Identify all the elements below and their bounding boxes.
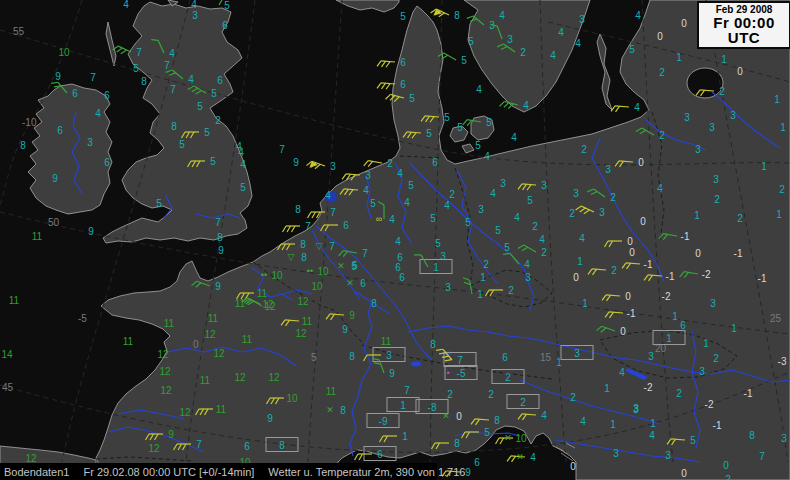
station-temperature: 5 <box>435 238 441 249</box>
weather-station: 4 <box>484 151 490 162</box>
station-temperature: 1 <box>433 262 439 273</box>
graticule-label: 15 <box>540 352 552 363</box>
weather-station: 11 <box>381 336 392 347</box>
weather-station: -1 <box>744 388 753 399</box>
weather-station: 4 <box>499 10 505 21</box>
weather-station: 0 <box>723 460 729 471</box>
station-temperature: 5 <box>179 139 185 150</box>
weather-station: 2 <box>659 67 665 78</box>
weather-station: 5 <box>457 122 463 133</box>
station-temperature: 5 <box>461 55 467 66</box>
weather-station: -2 <box>644 382 653 393</box>
weather-station: 6 <box>104 157 110 168</box>
station-temperature: 4 <box>240 159 246 170</box>
weather-station: 14 <box>1 349 13 360</box>
station-temperature: 8 <box>300 239 306 250</box>
station-temperature: 1 <box>776 209 782 220</box>
weather-station: 3 <box>695 144 701 155</box>
weather-station: 2 <box>488 389 494 400</box>
weather-station: 6 <box>222 20 228 31</box>
weather-station: 3 <box>709 122 715 133</box>
weather-station: ••10 <box>307 266 329 277</box>
station-temperature: -9 <box>379 416 388 427</box>
weather-station: 1 <box>731 323 737 334</box>
station-temperature: 2 <box>725 474 731 480</box>
station-temperature: -2 <box>705 399 714 410</box>
weather-station: 4 <box>558 27 564 38</box>
weather-station: 9 <box>293 157 299 168</box>
weather-station: 2 <box>581 144 587 155</box>
weather-station: 9 <box>218 245 224 256</box>
station-temperature: 7 <box>164 60 170 71</box>
station-temperature: 11 <box>200 375 211 386</box>
weather-station: 12 <box>157 349 169 360</box>
weather-station: 12 <box>25 453 37 464</box>
station-temperature: 0 <box>737 66 743 77</box>
station-temperature: 7 <box>330 207 336 218</box>
station-temperature: 8 <box>349 351 355 362</box>
status-layer-info: Wetter u. Temperatur 2m, 390 von 1.716 <box>268 466 465 478</box>
weather-station: 2 <box>449 189 455 200</box>
station-temperature: 4 <box>514 212 520 223</box>
status-timestamp: Fr 29.02.08 00:00 UTC [+0/-14min] <box>83 466 254 478</box>
weather-station: 11 <box>326 386 337 397</box>
weather-station: 4 <box>657 183 663 194</box>
weather-station: 4 <box>575 38 581 49</box>
station-temperature: 0 <box>620 326 626 337</box>
station-temperature: 6 <box>104 90 110 101</box>
map-viewport[interactable]: 55-105045-505152025 44536741057978475666… <box>0 0 790 480</box>
weather-station: 8 <box>171 121 177 132</box>
graticule-label: 50 <box>48 217 60 228</box>
weather-station: 7 <box>759 451 765 462</box>
weather-station: -1 <box>758 273 767 284</box>
station-temperature: 1 <box>672 311 678 322</box>
weather-symbol: ✕ <box>442 411 450 421</box>
station-temperature: 2 <box>449 189 455 200</box>
station-temperature: 8 <box>749 430 755 441</box>
weather-station: 6 <box>57 125 63 136</box>
weather-station: 5 <box>629 44 635 55</box>
station-temperature: 2 <box>714 194 720 205</box>
station-temperature: 1 <box>577 256 583 267</box>
weather-station: 12 <box>268 372 280 383</box>
station-temperature: 7 <box>215 217 221 228</box>
station-temperature: -1 <box>666 271 675 282</box>
station-temperature: 5 <box>690 435 696 446</box>
station-temperature: 2 <box>659 130 665 141</box>
weather-station: 10 <box>58 47 70 58</box>
station-temperature: 4 <box>123 0 129 10</box>
station-temperature: 6 <box>399 272 405 283</box>
station-temperature: 8 <box>494 415 500 426</box>
station-temperature: 3 <box>605 164 611 175</box>
weather-station: 11 <box>242 334 253 345</box>
weather-station: 1 <box>676 52 682 63</box>
station-temperature: 8 <box>217 232 223 243</box>
station-temperature: -1 <box>713 420 722 431</box>
station-temperature: 3 <box>781 433 787 444</box>
station-temperature: 4 <box>363 185 369 196</box>
station-temperature: 5 <box>486 117 492 128</box>
station-temperature: 6 <box>680 320 686 331</box>
weather-station: 7 <box>170 84 176 95</box>
station-temperature: 4 <box>191 0 197 10</box>
station-temperature: 7 <box>759 451 765 462</box>
station-temperature: 2 <box>483 259 489 270</box>
weather-station: 0 <box>681 468 687 479</box>
weather-symbol: ✕ <box>504 433 512 443</box>
weather-station: 12 <box>234 372 246 383</box>
weather-station: 5 <box>133 63 139 74</box>
weather-station: 2 <box>570 392 576 403</box>
station-temperature: 4 <box>579 233 585 244</box>
station-temperature: 11 <box>257 288 268 299</box>
weather-station: 7 <box>90 72 96 83</box>
station-temperature: 4 <box>523 100 529 111</box>
station-temperature: 9 <box>55 71 61 82</box>
station-temperature: 5 <box>495 225 501 236</box>
station-temperature: 4 <box>649 430 655 441</box>
station-temperature: 3 <box>579 14 585 25</box>
station-temperature: 4 <box>657 183 663 194</box>
station-temperature: 5 <box>133 63 139 74</box>
station-temperature: 5 <box>504 242 510 253</box>
weather-station: 2 <box>713 353 719 364</box>
station-temperature: 2 <box>488 389 494 400</box>
